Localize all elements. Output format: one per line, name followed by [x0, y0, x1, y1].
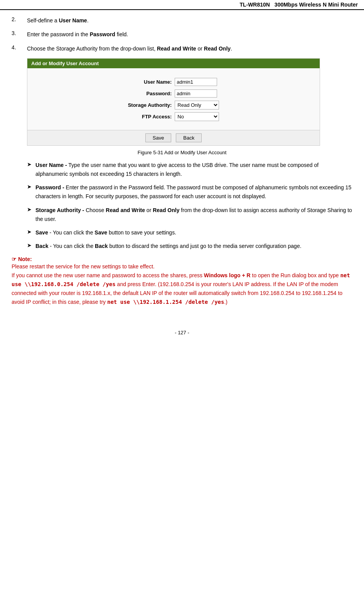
bullet-arrow-5: ➤	[27, 242, 35, 248]
page-footer: - 127 -	[0, 330, 364, 335]
table-row: User Name:	[128, 76, 219, 88]
storage-authority-field[interactable]: Read Only Read and Write	[175, 99, 219, 111]
step-2-text: Self-define a User Name.	[27, 16, 89, 25]
bullet-text-save: Save - You can click the Save button to …	[35, 228, 176, 237]
header-desc: 300Mbps Wireless N Mini Router	[275, 2, 358, 8]
step-3: 3. Enter the password in the Password fi…	[12, 30, 352, 39]
bullet-arrow-4: ➤	[27, 229, 35, 235]
bullet-arrow-1: ➤	[27, 161, 35, 167]
step-3-text: Enter the password in the Password field…	[27, 30, 128, 39]
username-input[interactable]	[175, 78, 217, 86]
bullet-item-storage: ➤ Storage Authority - Choose Read and Wr…	[27, 206, 352, 224]
figure-footer: Save Back	[27, 130, 320, 145]
step-4-num: 4.	[12, 44, 27, 51]
save-button[interactable]: Save	[145, 133, 172, 142]
bullet-text-storage: Storage Authority - Choose Read and Writ…	[35, 206, 352, 224]
bullet-item-username: ➤ User Name - Type the user name that yo…	[27, 161, 352, 179]
page-header: TL-WR810N 300Mbps Wireless N Mini Router	[0, 0, 364, 10]
bullet-list: ➤ User Name - Type the user name that yo…	[27, 161, 352, 251]
step-2: 2. Self-define a User Name.	[12, 16, 352, 25]
step-4-text: Choose the Storage Authority from the dr…	[27, 44, 232, 53]
bullet-text-username: User Name - Type the user name that you …	[35, 161, 352, 179]
password-input[interactable]	[175, 89, 217, 98]
password-label: Password:	[128, 88, 175, 99]
step-3-num: 3.	[12, 30, 27, 36]
note-line-1: Please restart the service for the new s…	[12, 263, 155, 270]
username-field[interactable]	[175, 76, 219, 88]
table-row: FTP Access: No Yes	[128, 111, 219, 122]
step-4: 4. Choose the Storage Authority from the…	[12, 44, 352, 53]
figure-header: Add or Modify User Account	[27, 59, 320, 68]
header-model: TL-WR810N	[239, 2, 270, 8]
page-number: - 127 -	[175, 330, 189, 335]
storage-authority-select[interactable]: Read Only Read and Write	[175, 101, 219, 110]
ftp-access-label: FTP Access:	[128, 111, 175, 122]
form-table: User Name: Password: Storage Authority:	[128, 76, 219, 122]
figure-box: Add or Modify User Account User Name: Pa…	[27, 58, 320, 146]
table-row: Password:	[128, 88, 219, 99]
back-button[interactable]: Back	[176, 133, 202, 142]
bullet-item-back: ➤ Back - You can click the Back button t…	[27, 242, 352, 251]
note-section: ☞ Note: Please restart the service for t…	[12, 256, 352, 307]
bullet-arrow-2: ➤	[27, 184, 35, 190]
note-line-2: If you cannot use the new user name and …	[12, 272, 350, 305]
figure-body: User Name: Password: Storage Authority:	[27, 68, 320, 130]
bullet-item-password: ➤ Password - Enter the password in the P…	[27, 183, 352, 201]
username-label: User Name:	[128, 76, 175, 88]
bullet-arrow-3: ➤	[27, 206, 35, 212]
password-field[interactable]	[175, 88, 219, 99]
figure-header-label: Add or Modify User Account	[31, 61, 99, 66]
bullet-text-password: Password - Enter the password in the Pas…	[35, 183, 352, 201]
bullet-text-back: Back - You can click the Back button to …	[35, 242, 302, 251]
figure-caption: Figure 5-31 Add or Modify User Account	[12, 150, 352, 155]
ftp-access-select[interactable]: No Yes	[175, 112, 219, 121]
storage-authority-label: Storage Authority:	[128, 99, 175, 111]
header-product: TL-WR810N 300Mbps Wireless N Mini Router	[239, 2, 358, 8]
step-2-num: 2.	[12, 16, 27, 22]
ftp-access-field[interactable]: No Yes	[175, 111, 219, 122]
bullet-item-save: ➤ Save - You can click the Save button t…	[27, 228, 352, 237]
main-content: 2. Self-define a User Name. 3. Enter the…	[0, 16, 364, 307]
note-label: ☞ Note:	[12, 256, 32, 262]
table-row: Storage Authority: Read Only Read and Wr…	[128, 99, 219, 111]
